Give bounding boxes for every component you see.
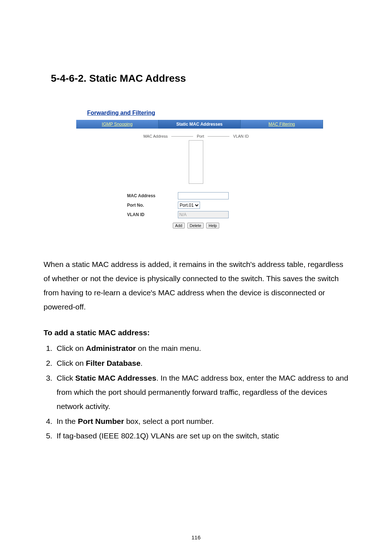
mac-listbox[interactable]	[189, 140, 203, 184]
step-bold: Administrator	[86, 344, 136, 352]
description-paragraph: When a static MAC address is added, it r…	[44, 258, 348, 314]
tab-static-mac[interactable]: Static MAC Addresses	[159, 120, 241, 129]
col-label-port: Port	[197, 134, 204, 138]
panel-title: Forwarding and Filtering	[87, 110, 334, 116]
list-item: In the Port Number box, select a port nu…	[54, 414, 348, 429]
list-item: Click Static MAC Addresses. In the MAC a…	[54, 371, 348, 414]
button-row: Add Delete Help	[58, 222, 334, 228]
step-text: Click	[57, 374, 75, 382]
list-item: Click on Filter Database.	[54, 356, 348, 370]
mac-address-input[interactable]	[178, 192, 229, 199]
config-screenshot: Forwarding and Filtering IGMP Snooping S…	[58, 106, 334, 236]
list-area: MAC Address Port VLAN ID	[58, 134, 334, 185]
instructions-list: Click on Administrator on the main menu.…	[44, 341, 348, 443]
tab-row: IGMP Snooping Static MAC Addresses MAC F…	[76, 120, 323, 129]
form-area: MAC Address Port No. Port.01 VLAN ID	[127, 192, 265, 218]
step-bold: Static MAC Addresses	[75, 374, 156, 382]
step-text: Click on	[57, 344, 86, 352]
vlan-id-label: VLAN ID	[127, 212, 178, 217]
vlan-id-input[interactable]	[178, 211, 229, 218]
step-text: Click on	[57, 359, 86, 367]
step-text: In the	[57, 417, 78, 425]
list-item: Click on Administrator on the main menu.	[54, 341, 348, 356]
tab-igmp-snooping[interactable]: IGMP Snooping	[76, 120, 159, 129]
port-no-select[interactable]: Port.01	[178, 202, 200, 209]
list-item: If tag-based (IEEE 802.1Q) VLANs are set…	[54, 429, 348, 443]
step-text: on the main menu.	[136, 344, 201, 352]
mac-address-label: MAC Address	[127, 193, 178, 198]
section-heading: 5-4-6-2. Static MAC Address	[51, 73, 348, 84]
help-button[interactable]: Help	[206, 223, 220, 228]
col-label-vlan: VLAN ID	[233, 134, 249, 138]
step-bold: Filter Database	[86, 359, 141, 367]
tab-mac-filtering[interactable]: MAC Filtering	[241, 120, 323, 129]
delete-button[interactable]: Delete	[187, 223, 204, 228]
step-text: box, select a port number.	[124, 417, 214, 425]
divider	[171, 136, 193, 137]
divider	[208, 136, 229, 137]
step-text: .	[140, 359, 143, 367]
page-number: 116	[0, 534, 392, 540]
step-bold: Port Number	[78, 417, 124, 425]
add-button[interactable]: Add	[173, 223, 185, 228]
port-no-label: Port No.	[127, 203, 178, 208]
instructions-heading: To add a static MAC address:	[44, 328, 348, 337]
col-label-mac: MAC Address	[143, 134, 168, 138]
step-text: If tag-based (IEEE 802.1Q) VLANs are set…	[57, 432, 279, 440]
